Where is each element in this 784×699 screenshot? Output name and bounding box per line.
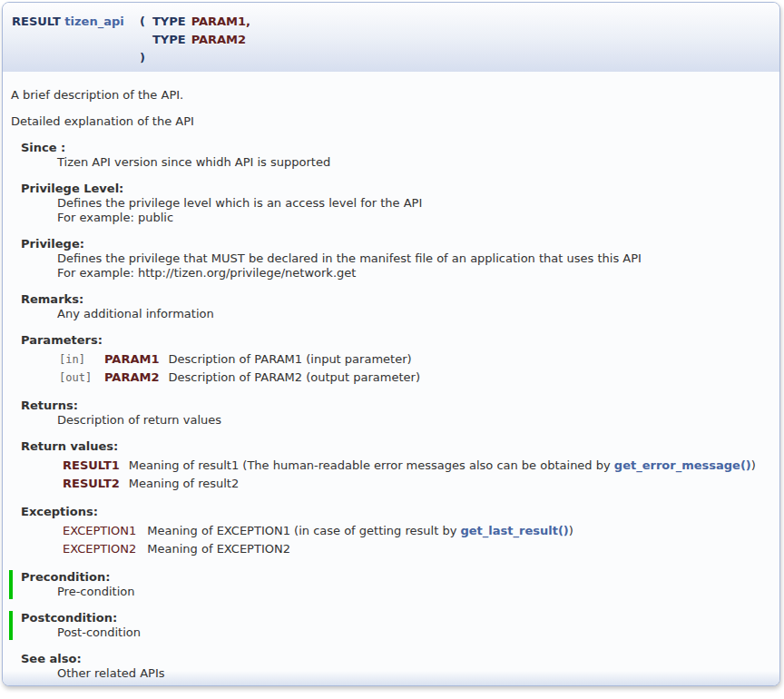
param-description: Description of PARAM1 (input parameter)	[168, 350, 420, 369]
description-text: Meaning of result1 (The human-readable e…	[129, 458, 614, 472]
section-body: Description of return values	[57, 413, 770, 428]
param-type: TYPE	[145, 13, 186, 31]
description-text: )	[751, 458, 756, 472]
api-doc-card: RESULT tizen_api ( TYPE PARAM1, TYPE PAR…	[2, 2, 780, 686]
close-paren: )	[137, 49, 145, 67]
section-body: [in] PARAM1 Description of PARAM1 (input…	[57, 350, 770, 387]
param-name: PARAM1,	[186, 13, 250, 31]
section-privilege-level: Privilege Level: Defines the privilege l…	[21, 182, 770, 225]
description-text: Meaning of EXCEPTION1 (in case of gettin…	[147, 524, 460, 537]
section-title: Postcondition:	[21, 611, 770, 625]
get-last-result-link[interactable]: get_last_result()	[460, 524, 568, 537]
section-title: Privilege Level:	[21, 182, 770, 196]
param-description: Description of PARAM2 (output parameter)	[168, 369, 420, 387]
section-body: Tizen API version since whidh API is sup…	[57, 155, 770, 170]
exceptions-table: EXCEPTION1 Meaning of EXCEPTION1 (in cas…	[57, 522, 573, 558]
section-postcondition: Postcondition: Post-condition	[9, 611, 770, 640]
return-value-row: RESULT1 Meaning of result1 (The human-re…	[57, 457, 756, 475]
param-row: [out] PARAM2 Description of PARAM2 (outp…	[57, 369, 420, 387]
parameters-table: [in] PARAM1 Description of PARAM1 (input…	[57, 350, 420, 387]
param-direction: [out]	[57, 369, 104, 387]
exception-description: Meaning of EXCEPTION2	[147, 540, 573, 558]
exception-name: EXCEPTION1	[57, 522, 147, 540]
section-parameters: Parameters: [in] PARAM1 Description of P…	[21, 333, 770, 387]
section-title: Remarks:	[21, 292, 770, 307]
param-row: [in] PARAM1 Description of PARAM1 (input…	[57, 350, 420, 369]
return-value-description: Meaning of result1 (The human-readable e…	[129, 457, 756, 475]
section-privilege: Privilege: Defines the privilege that MU…	[21, 237, 770, 281]
exception-row: EXCEPTION2 Meaning of EXCEPTION2	[57, 540, 573, 558]
section-body: EXCEPTION1 Meaning of EXCEPTION1 (in cas…	[57, 522, 770, 558]
return-type: RESULT	[12, 15, 61, 28]
param-direction: [in]	[57, 350, 104, 369]
section-title: Return values:	[21, 439, 770, 454]
signature-table: RESULT tizen_api ( TYPE PARAM1, TYPE PAR…	[12, 13, 250, 67]
return-value-description: Meaning of result2	[129, 475, 756, 493]
section-since: Since : Tizen API version since whidh AP…	[21, 141, 770, 170]
privilege-line1: Defines the privilege that MUST be decla…	[57, 251, 642, 265]
section-exceptions: Exceptions: EXCEPTION1 Meaning of EXCEPT…	[21, 505, 770, 558]
param-name: PARAM1	[104, 350, 168, 369]
section-title: Precondition:	[21, 570, 770, 585]
param-name: PARAM2	[104, 369, 168, 387]
return-values-table: RESULT1 Meaning of result1 (The human-re…	[57, 457, 756, 493]
api-doc-body: A brief description of the API. Detailed…	[3, 72, 779, 685]
section-title: See also:	[21, 652, 770, 666]
brief-description: A brief description of the API.	[11, 88, 770, 103]
exception-description: Meaning of EXCEPTION1 (in case of gettin…	[147, 522, 573, 540]
section-see-also: See also: Other related APIs	[21, 652, 770, 681]
privilege-level-line1: Defines the privilege level which is an …	[57, 196, 422, 210]
section-title: Exceptions:	[21, 505, 770, 519]
section-body: RESULT1 Meaning of result1 (The human-re…	[57, 457, 770, 493]
section-precondition: Precondition: Pre-condition	[9, 570, 770, 599]
return-value-name: RESULT2	[57, 475, 129, 493]
get-error-message-link[interactable]: get_error_message()	[614, 458, 751, 472]
param-name: PARAM2	[186, 31, 250, 49]
exception-row: EXCEPTION1 Meaning of EXCEPTION1 (in cas…	[57, 522, 573, 540]
return-value-row: RESULT2 Meaning of result2	[57, 475, 756, 493]
param-type: TYPE	[145, 31, 186, 49]
function-signature-header: RESULT tizen_api ( TYPE PARAM1, TYPE PAR…	[3, 3, 779, 72]
return-value-name: RESULT1	[57, 457, 129, 475]
section-title: Returns:	[21, 399, 770, 413]
detailed-description: Detailed explanation of the API	[11, 114, 770, 129]
section-return-values: Return values: RESULT1 Meaning of result…	[21, 439, 770, 493]
section-title: Since :	[21, 141, 770, 155]
section-title: Privilege:	[21, 237, 770, 251]
privilege-level-line2: For example: public	[57, 211, 173, 224]
signature-name-cell: RESULT tizen_api	[12, 13, 137, 31]
section-body: Defines the privilege that MUST be decla…	[57, 251, 770, 281]
privilege-line2: For example: http://tizen.org/privilege/…	[57, 266, 356, 280]
exception-name: EXCEPTION2	[57, 540, 147, 558]
section-body: Defines the privilege level which is an …	[57, 196, 770, 225]
section-body: Any additional information	[57, 307, 770, 321]
section-body: Other related APIs	[57, 666, 770, 681]
section-returns: Returns: Description of return values	[21, 399, 770, 428]
description-text: )	[569, 524, 573, 537]
function-name-link[interactable]: tizen_api	[64, 15, 123, 28]
open-paren: (	[137, 13, 145, 31]
section-body: Post-condition	[57, 625, 770, 640]
section-remarks: Remarks: Any additional information	[21, 292, 770, 321]
section-title: Parameters:	[21, 333, 770, 348]
section-body: Pre-condition	[57, 585, 770, 599]
